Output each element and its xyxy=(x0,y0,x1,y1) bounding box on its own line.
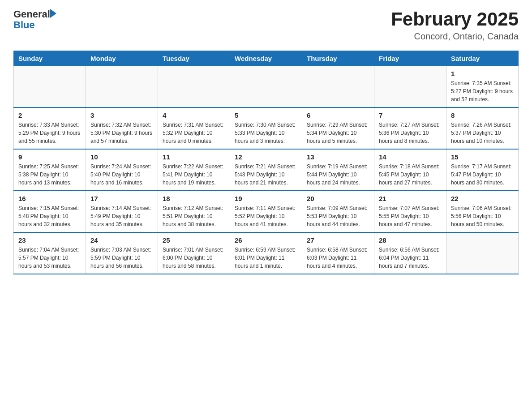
day-cell xyxy=(374,66,446,108)
page-header: General Blue February 2025 Concord, Onta… xyxy=(13,9,519,42)
day-number: 7 xyxy=(379,111,442,119)
day-info: Sunrise: 7:32 AM Sunset: 5:30 PM Dayligh… xyxy=(90,121,153,145)
weekday-header-saturday: Saturday xyxy=(446,51,519,66)
logo-general-text: General xyxy=(13,9,50,20)
day-number: 25 xyxy=(163,236,225,244)
weekday-header-sunday: Sunday xyxy=(14,51,86,66)
day-number: 14 xyxy=(379,153,442,161)
day-cell: 6Sunrise: 7:29 AM Sunset: 5:34 PM Daylig… xyxy=(302,107,374,149)
day-info: Sunrise: 7:03 AM Sunset: 5:59 PM Dayligh… xyxy=(90,246,153,270)
week-row-4: 16Sunrise: 7:15 AM Sunset: 5:48 PM Dayli… xyxy=(14,191,519,232)
day-cell: 11Sunrise: 7:22 AM Sunset: 5:41 PM Dayli… xyxy=(158,149,230,191)
day-cell: 20Sunrise: 7:09 AM Sunset: 5:53 PM Dayli… xyxy=(302,191,374,232)
day-cell: 2Sunrise: 7:33 AM Sunset: 5:29 PM Daylig… xyxy=(14,107,86,149)
day-number: 27 xyxy=(307,236,369,244)
day-number: 13 xyxy=(307,153,369,161)
day-cell: 5Sunrise: 7:30 AM Sunset: 5:33 PM Daylig… xyxy=(230,107,302,149)
day-number: 12 xyxy=(235,153,297,161)
weekday-header-tuesday: Tuesday xyxy=(158,51,230,66)
calendar-body: 1Sunrise: 7:35 AM Sunset: 5:27 PM Daylig… xyxy=(14,66,519,274)
day-number: 18 xyxy=(163,195,225,202)
day-info: Sunrise: 7:19 AM Sunset: 5:44 PM Dayligh… xyxy=(307,163,369,187)
day-info: Sunrise: 7:14 AM Sunset: 5:49 PM Dayligh… xyxy=(90,204,153,228)
weekday-header-thursday: Thursday xyxy=(302,51,374,66)
day-number: 11 xyxy=(163,153,225,161)
day-info: Sunrise: 7:22 AM Sunset: 5:41 PM Dayligh… xyxy=(163,163,225,187)
day-cell xyxy=(14,66,86,108)
day-info: Sunrise: 7:35 AM Sunset: 5:27 PM Dayligh… xyxy=(451,79,514,103)
weekday-header-monday: Monday xyxy=(86,51,158,66)
day-number: 3 xyxy=(90,111,153,119)
day-cell: 24Sunrise: 7:03 AM Sunset: 5:59 PM Dayli… xyxy=(86,232,158,274)
day-info: Sunrise: 7:24 AM Sunset: 5:40 PM Dayligh… xyxy=(90,163,153,187)
day-cell: 14Sunrise: 7:18 AM Sunset: 5:45 PM Dayli… xyxy=(374,149,446,191)
day-cell xyxy=(302,66,374,108)
day-number: 20 xyxy=(307,195,369,202)
day-info: Sunrise: 6:56 AM Sunset: 6:04 PM Dayligh… xyxy=(379,246,442,270)
day-number: 19 xyxy=(235,195,297,202)
day-cell: 25Sunrise: 7:01 AM Sunset: 6:00 PM Dayli… xyxy=(158,232,230,274)
day-info: Sunrise: 7:21 AM Sunset: 5:43 PM Dayligh… xyxy=(235,163,297,187)
day-info: Sunrise: 6:59 AM Sunset: 6:01 PM Dayligh… xyxy=(235,246,297,270)
day-info: Sunrise: 7:01 AM Sunset: 6:00 PM Dayligh… xyxy=(163,246,225,270)
day-info: Sunrise: 7:27 AM Sunset: 5:36 PM Dayligh… xyxy=(379,121,442,145)
day-info: Sunrise: 7:11 AM Sunset: 5:52 PM Dayligh… xyxy=(235,204,297,228)
day-number: 8 xyxy=(451,111,514,119)
day-cell: 28Sunrise: 6:56 AM Sunset: 6:04 PM Dayli… xyxy=(374,232,446,274)
day-info: Sunrise: 7:26 AM Sunset: 5:37 PM Dayligh… xyxy=(451,121,514,145)
day-number: 5 xyxy=(235,111,297,119)
logo: General Blue xyxy=(13,9,56,30)
week-row-3: 9Sunrise: 7:25 AM Sunset: 5:38 PM Daylig… xyxy=(14,149,519,191)
day-cell: 15Sunrise: 7:17 AM Sunset: 5:47 PM Dayli… xyxy=(446,149,519,191)
day-info: Sunrise: 7:29 AM Sunset: 5:34 PM Dayligh… xyxy=(307,121,369,145)
day-cell: 1Sunrise: 7:35 AM Sunset: 5:27 PM Daylig… xyxy=(446,66,519,108)
logo-arrow-icon xyxy=(50,9,56,18)
calendar-subtitle: Concord, Ontario, Canada xyxy=(391,31,519,42)
week-row-2: 2Sunrise: 7:33 AM Sunset: 5:29 PM Daylig… xyxy=(14,107,519,149)
week-row-1: 1Sunrise: 7:35 AM Sunset: 5:27 PM Daylig… xyxy=(14,66,519,108)
day-info: Sunrise: 7:25 AM Sunset: 5:38 PM Dayligh… xyxy=(18,163,81,187)
day-number: 2 xyxy=(18,111,81,119)
day-number: 24 xyxy=(90,236,153,244)
calendar-title: February 2025 xyxy=(391,9,519,30)
day-cell: 8Sunrise: 7:26 AM Sunset: 5:37 PM Daylig… xyxy=(446,107,519,149)
day-info: Sunrise: 7:17 AM Sunset: 5:47 PM Dayligh… xyxy=(451,163,514,187)
day-cell: 3Sunrise: 7:32 AM Sunset: 5:30 PM Daylig… xyxy=(86,107,158,149)
calendar-header: SundayMondayTuesdayWednesdayThursdayFrid… xyxy=(14,51,519,66)
day-cell: 19Sunrise: 7:11 AM Sunset: 5:52 PM Dayli… xyxy=(230,191,302,232)
day-number: 6 xyxy=(307,111,369,119)
week-row-5: 23Sunrise: 7:04 AM Sunset: 5:57 PM Dayli… xyxy=(14,232,519,274)
day-cell xyxy=(446,232,519,274)
weekday-header-friday: Friday xyxy=(374,51,446,66)
day-number: 23 xyxy=(18,236,81,244)
day-info: Sunrise: 7:12 AM Sunset: 5:51 PM Dayligh… xyxy=(163,204,225,228)
day-cell: 21Sunrise: 7:07 AM Sunset: 5:55 PM Dayli… xyxy=(374,191,446,232)
day-cell: 4Sunrise: 7:31 AM Sunset: 5:32 PM Daylig… xyxy=(158,107,230,149)
day-cell: 13Sunrise: 7:19 AM Sunset: 5:44 PM Dayli… xyxy=(302,149,374,191)
day-number: 16 xyxy=(18,195,81,202)
calendar-table: SundayMondayTuesdayWednesdayThursdayFrid… xyxy=(13,51,519,274)
day-cell: 22Sunrise: 7:06 AM Sunset: 5:56 PM Dayli… xyxy=(446,191,519,232)
day-info: Sunrise: 7:33 AM Sunset: 5:29 PM Dayligh… xyxy=(18,121,81,145)
day-info: Sunrise: 7:30 AM Sunset: 5:33 PM Dayligh… xyxy=(235,121,297,145)
day-number: 21 xyxy=(379,195,442,202)
day-cell: 18Sunrise: 7:12 AM Sunset: 5:51 PM Dayli… xyxy=(158,191,230,232)
day-number: 17 xyxy=(90,195,153,202)
day-number: 1 xyxy=(451,70,514,77)
day-info: Sunrise: 7:06 AM Sunset: 5:56 PM Dayligh… xyxy=(451,204,514,228)
day-info: Sunrise: 7:07 AM Sunset: 5:55 PM Dayligh… xyxy=(379,204,442,228)
day-number: 15 xyxy=(451,153,514,161)
day-info: Sunrise: 7:04 AM Sunset: 5:57 PM Dayligh… xyxy=(18,246,81,270)
day-cell: 27Sunrise: 6:58 AM Sunset: 6:03 PM Dayli… xyxy=(302,232,374,274)
weekday-header-wednesday: Wednesday xyxy=(230,51,302,66)
day-number: 26 xyxy=(235,236,297,244)
day-cell: 9Sunrise: 7:25 AM Sunset: 5:38 PM Daylig… xyxy=(14,149,86,191)
day-cell xyxy=(230,66,302,108)
day-info: Sunrise: 7:09 AM Sunset: 5:53 PM Dayligh… xyxy=(307,204,369,228)
day-number: 10 xyxy=(90,153,153,161)
day-cell xyxy=(158,66,230,108)
title-block: February 2025 Concord, Ontario, Canada xyxy=(391,9,519,42)
day-cell: 10Sunrise: 7:24 AM Sunset: 5:40 PM Dayli… xyxy=(86,149,158,191)
weekday-header-row: SundayMondayTuesdayWednesdayThursdayFrid… xyxy=(14,51,519,66)
day-info: Sunrise: 7:15 AM Sunset: 5:48 PM Dayligh… xyxy=(18,204,81,228)
